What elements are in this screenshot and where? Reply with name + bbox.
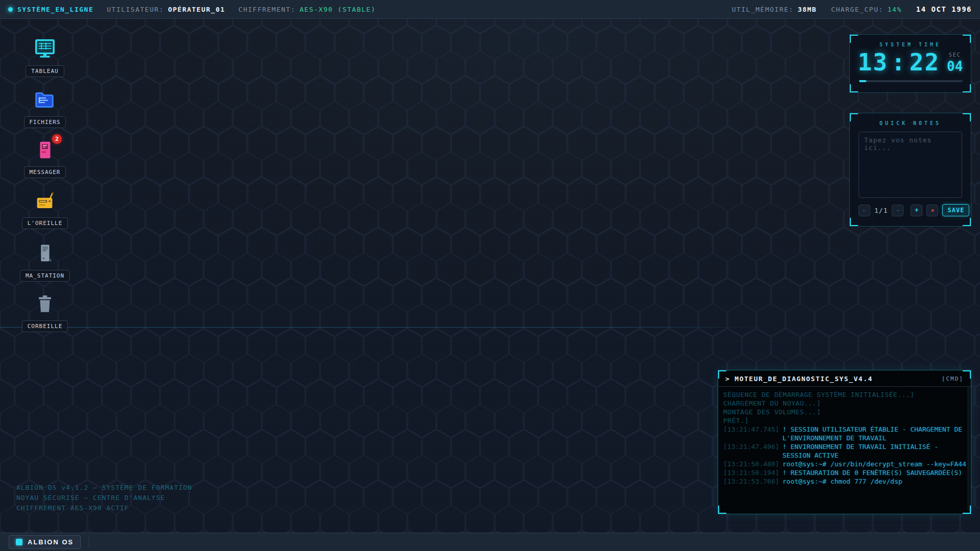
notes-delete-button[interactable]: × — [926, 205, 938, 216]
clock-title: SYSTEM TIME — [859, 42, 962, 47]
quick-notes-widget: QUICK NOTES ← 1/1 → + × SAVE — [849, 113, 971, 227]
desktop-icon-oreille[interactable]: L'OREILLE — [22, 189, 67, 229]
user-value: OPÉRATEUR_01 — [168, 6, 225, 13]
clock-colon: : — [891, 51, 906, 74]
desktop-icon-label: MA_STATION — [20, 270, 70, 282]
desktop-icon-messager[interactable]: 2 MESSAGER — [22, 138, 67, 178]
status-right-group: UTIL_MÉMOIRE: 38MB CHARGE_CPU: 14% 14 OC… — [732, 5, 972, 13]
terminal-boot-line: SÉQUENCE DE DÉMARRAGE SYSTÈME INITIALISÉ… — [723, 390, 968, 399]
online-led-icon — [8, 7, 13, 12]
tower-icon — [33, 242, 57, 265]
terminal-boot-line: CHARGEMENT DU NOYAU...] — [723, 399, 968, 408]
desktop-icon-label: FICHIERS — [24, 116, 66, 128]
desktop-icon-label: MESSAGER — [24, 166, 66, 178]
clock-display: 13 : 22 SEC 04 — [859, 51, 962, 74]
seconds-progress-fill — [859, 80, 866, 82]
clock-seconds-block: SEC 04 — [947, 53, 963, 73]
terminal-log-line: [13:21:47.745] ! SESSION UTILISATEUR ÉTA… — [723, 425, 968, 442]
log-message: root@sys:~# chmod 777 /dev/dsp — [782, 477, 968, 486]
desktop-icon-label: CORBEILLE — [22, 320, 68, 332]
log-timestamp: [13:21:53.766] — [723, 477, 782, 486]
log-message: root@sys:~# /usr/bin/decrypt_stream --ke… — [782, 460, 968, 468]
desktop-icon-fichiers[interactable]: FICHIERS — [22, 88, 67, 128]
log-message: ! SESSION UTILISATEUR ÉTABLIE - CHARGEME… — [782, 425, 968, 442]
user-label: UTILISATEUR: — [107, 6, 164, 13]
terminal-log-line: [13:21:53.766] root@sys:~# chmod 777 /de… — [723, 477, 968, 486]
system-info-line: ALBION OS v4.1.2 – SYSTÈME DE FORMATION — [16, 483, 192, 493]
diagnostic-terminal-window: > MOTEUR_DE_DIAGNOSTIC_SYS_V4.4 [CMD] SÉ… — [718, 370, 971, 514]
cipher-value: AES-X90 (STABLE) — [300, 6, 376, 13]
system-info-line: NOYAU SÉCURISÉ – CENTRE D'ANALYSE — [16, 493, 192, 503]
seconds-progress-track — [859, 80, 963, 82]
log-timestamp: [13:21:50.480] — [723, 460, 782, 468]
taskbar: ALBION OS — [0, 533, 980, 551]
terminal-title-text: MOTEUR_DE_DIAGNOSTIC_SYS_V4.4 — [734, 375, 872, 383]
log-timestamp: [13:21:47.496] — [723, 442, 782, 451]
desktop-icon-label: L'OREILLE — [22, 217, 68, 229]
desktop-accent-line — [0, 327, 776, 328]
albion-logo-icon — [16, 539, 22, 545]
start-button[interactable]: ALBION OS — [9, 535, 81, 549]
terminal-log-line: [13:21:50.194] ! RESTAURATION DE 0 FENÊT… — [723, 468, 968, 477]
system-time-widget: SYSTEM TIME 13 : 22 SEC 04 — [849, 34, 971, 93]
cipher-label: CHIFFREMENT: — [238, 6, 296, 13]
memory-label: UTIL_MÉMOIRE: — [732, 6, 794, 13]
monitor-icon — [33, 37, 57, 61]
desktop-icon-tableau[interactable]: TABLEAU — [22, 37, 67, 77]
seconds-value: 04 — [947, 60, 963, 73]
clock-hours: 13 — [858, 51, 888, 74]
desktop-icon-corbeille[interactable]: CORBEILLE — [22, 292, 67, 332]
unread-count-badge: 2 — [52, 134, 62, 144]
terminal-boot-line: MONTAGE DES VOLUMES...] — [723, 408, 968, 416]
notes-save-button[interactable]: SAVE — [942, 204, 969, 216]
desktop-icon-label: TABLEAU — [26, 65, 64, 77]
user-stat: UTILISATEUR: OPÉRATEUR_01 — [107, 6, 225, 13]
cpu-value: 14% — [888, 6, 902, 13]
log-timestamp: [13:21:50.194] — [723, 468, 782, 477]
system-info-text: ALBION OS v4.1.2 – SYSTÈME DE FORMATION … — [16, 483, 192, 513]
trash-icon — [33, 292, 57, 316]
notes-add-button[interactable]: + — [911, 205, 922, 216]
radio-icon — [33, 189, 57, 213]
desktop-icon-station[interactable]: MA_STATION — [22, 242, 67, 282]
top-status-bar: SYSTÈME_EN_LIGNE UTILISATEUR: OPÉRATEUR_… — [0, 0, 980, 19]
terminal-output[interactable]: SÉQUENCE DE DÉMARRAGE SYSTÈME INITIALISÉ… — [718, 387, 971, 511]
notes-next-button[interactable]: → — [892, 205, 903, 216]
notes-page-indicator: 1/1 — [874, 207, 888, 214]
cpu-stat: CHARGE_CPU: 14% — [831, 6, 902, 13]
taskbar-divider — [89, 537, 89, 548]
memory-value: 38MB — [798, 6, 817, 13]
seconds-label: SEC — [949, 53, 961, 58]
terminal-cmd-badge: [CMD] — [942, 375, 964, 382]
cipher-stat: CHIFFREMENT: AES-X90 (STABLE) — [238, 6, 376, 13]
notes-title: QUICK NOTES — [859, 120, 962, 126]
clock-minutes: 22 — [910, 51, 940, 74]
system-info-line: CHIFFREMENT AES-X90 ACTIF — [16, 503, 192, 513]
notes-input[interactable] — [859, 132, 962, 198]
start-button-label: ALBION OS — [28, 538, 74, 546]
terminal-titlebar: > MOTEUR_DE_DIAGNOSTIC_SYS_V4.4 [CMD] — [718, 370, 971, 387]
notes-controls: ← 1/1 → + × SAVE — [859, 204, 962, 216]
log-message: ! RESTAURATION DE 0 FENÊTRE(S) SAUVEGARD… — [782, 468, 968, 477]
prompt-icon: > — [725, 375, 730, 383]
memory-stat: UTIL_MÉMOIRE: 38MB — [732, 6, 817, 13]
log-timestamp: [13:21:47.745] — [723, 425, 782, 434]
terminal-log-line: [13:21:50.480] root@sys:~# /usr/bin/decr… — [723, 460, 968, 468]
log-message: ! ENVIRONNEMENT DE TRAVAIL INITIALISÉ - … — [782, 442, 968, 460]
system-online-label: SYSTÈME_EN_LIGNE — [17, 6, 93, 13]
pager-icon: 2 — [33, 138, 57, 162]
clock-hhmm: 13 : 22 — [858, 51, 940, 74]
notes-prev-button[interactable]: ← — [859, 205, 870, 216]
cpu-label: CHARGE_CPU: — [831, 6, 884, 13]
terminal-scrollbar[interactable] — [967, 387, 970, 511]
terminal-title: > MOTEUR_DE_DIAGNOSTIC_SYS_V4.4 — [725, 375, 873, 383]
terminal-log-line: [13:21:47.496] ! ENVIRONNEMENT DE TRAVAI… — [723, 442, 968, 460]
terminal-boot-line: PRÊT.] — [723, 416, 968, 425]
status-left-group: SYSTÈME_EN_LIGNE UTILISATEUR: OPÉRATEUR_… — [8, 6, 376, 13]
system-date: 14 OCT 1996 — [916, 5, 972, 13]
system-online-indicator: SYSTÈME_EN_LIGNE — [8, 6, 93, 13]
folder-icon — [33, 88, 57, 112]
